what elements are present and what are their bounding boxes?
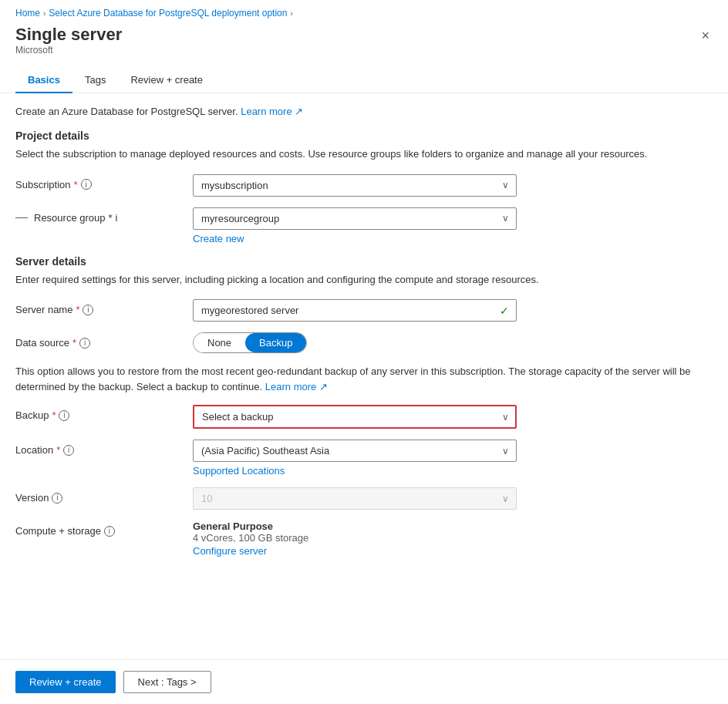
project-details-desc: Select the subscription to manage deploy… [15, 147, 713, 162]
page-header: Single server Microsoft × [0, 22, 728, 56]
backup-row: Backup * i Select a backup ∨ [15, 405, 713, 429]
resource-group-label-text: Resource group [34, 212, 106, 224]
breadcrumb-chevron2: › [290, 9, 292, 18]
page-description: Create an Azure Database for PostgreSQL … [15, 106, 713, 117]
backup-learn-more-link[interactable]: Learn more ↗ [265, 381, 328, 392]
compute-storage-label-text: Compute + storage [15, 525, 101, 537]
backup-select-wrapper: Select a backup ∨ [193, 405, 517, 429]
version-label: Version i [15, 487, 185, 504]
backup-select[interactable]: Select a backup [193, 405, 517, 429]
breadcrumb-home[interactable]: Home [15, 8, 40, 19]
data-source-label-text: Data source [15, 337, 69, 349]
server-name-required: * [76, 304, 79, 315]
location-label: Location * i [15, 440, 185, 456]
compute-storage-info-icon[interactable]: i [104, 526, 115, 537]
project-details-title: Project details [15, 130, 713, 142]
breadcrumb-chevron1: › [43, 9, 46, 18]
server-details-title: Server details [15, 255, 713, 268]
footer: Review + create Next : Tags > [0, 659, 728, 704]
compute-storage-title: General Purpose [193, 520, 517, 532]
server-name-label: Server name * i [15, 299, 185, 315]
data-source-none-button[interactable]: None [194, 333, 245, 352]
data-source-required: * [72, 337, 76, 349]
tab-review-create[interactable]: Review + create [118, 68, 215, 93]
page-subtitle: Microsoft [15, 45, 122, 56]
compute-storage-sub: 4 vCores, 100 GB storage [193, 532, 517, 544]
supported-locations-link[interactable]: Supported Locations [193, 465, 517, 477]
data-source-label: Data source * i [15, 332, 185, 349]
subscription-control: mysubscription ∨ [193, 174, 517, 197]
server-name-control: ✓ [193, 299, 517, 322]
subscription-info-icon[interactable]: i [81, 179, 92, 190]
backup-control: Select a backup ∨ [193, 405, 517, 429]
server-name-label-text: Server name [15, 304, 72, 315]
resource-group-info-icon[interactable]: i [116, 212, 118, 224]
compute-storage-row: Compute + storage i General Purpose 4 vC… [15, 520, 713, 557]
create-new-link[interactable]: Create new [193, 233, 517, 244]
backup-alert-text: This option allows you to restore from t… [15, 364, 713, 394]
resource-group-select[interactable]: myresourcegroup [193, 207, 517, 230]
location-label-text: Location [15, 444, 53, 456]
subscription-row: Subscription * i mysubscription ∨ [15, 174, 713, 197]
backup-label-text: Backup [15, 409, 49, 421]
version-row: Version i 10 ∨ [15, 487, 713, 510]
subscription-label: Subscription * i [15, 174, 185, 190]
version-select-wrapper: 10 ∨ [193, 487, 517, 510]
review-create-button[interactable]: Review + create [15, 671, 116, 693]
compute-storage-control: General Purpose 4 vCores, 100 GB storage… [193, 520, 517, 557]
subscription-select[interactable]: mysubscription [193, 174, 517, 197]
server-details-desc: Enter required settings for this server,… [15, 272, 713, 288]
subscription-label-text: Subscription [15, 179, 71, 190]
learn-more-link[interactable]: Learn more ↗ [241, 106, 303, 117]
tab-tags[interactable]: Tags [72, 68, 118, 93]
backup-info-icon[interactable]: i [59, 410, 69, 421]
location-row: Location * i (Asia Pacific) Southeast As… [15, 440, 713, 477]
page-title: Single server [15, 25, 122, 45]
data-source-backup-button[interactable]: Backup [245, 333, 306, 352]
resource-group-select-wrapper: myresourcegroup ∨ [193, 207, 517, 230]
close-button[interactable]: × [698, 25, 713, 47]
location-required: * [56, 444, 60, 456]
resource-group-label-wrap: Resource group * i [15, 207, 185, 224]
location-info-icon[interactable]: i [63, 445, 74, 456]
main-content: Create an Azure Database for PostgreSQL … [0, 93, 728, 642]
resource-group-control: myresourcegroup ∨ Create new [193, 207, 517, 244]
compute-storage-label: Compute + storage i [15, 520, 185, 537]
data-source-info-icon[interactable]: i [79, 338, 90, 349]
subscription-required: * [74, 179, 78, 190]
server-name-input[interactable] [193, 299, 517, 322]
header-title-block: Single server Microsoft [15, 25, 122, 56]
tab-basics[interactable]: Basics [15, 68, 72, 93]
data-source-control: None Backup [193, 332, 517, 353]
subscription-select-wrapper: mysubscription ∨ [193, 174, 517, 197]
breadcrumb: Home › Select Azure Database for Postgre… [0, 0, 728, 22]
next-tags-button[interactable]: Next : Tags > [123, 671, 211, 693]
backup-required: * [52, 409, 56, 421]
tab-bar: Basics Tags Review + create [0, 56, 728, 93]
server-name-row: Server name * i ✓ [15, 299, 713, 322]
server-name-info-icon[interactable]: i [83, 305, 93, 315]
resource-group-row: Resource group * i myresourcegroup ∨ Cre… [15, 207, 713, 244]
location-select-wrapper: (Asia Pacific) Southeast Asia ∨ [193, 440, 517, 462]
indent-line [15, 217, 28, 218]
server-name-input-wrap: ✓ [193, 299, 517, 322]
version-info-icon[interactable]: i [52, 493, 62, 504]
server-name-check-icon: ✓ [500, 305, 509, 317]
data-source-row: Data source * i None Backup [15, 332, 713, 353]
resource-group-required: * [109, 212, 113, 224]
data-source-toggle: None Backup [193, 332, 307, 353]
version-control: 10 ∨ [193, 487, 517, 510]
version-label-text: Version [15, 492, 49, 504]
configure-server-link[interactable]: Configure server [193, 545, 517, 557]
breadcrumb-step1[interactable]: Select Azure Database for PostgreSQL dep… [49, 8, 287, 19]
location-select[interactable]: (Asia Pacific) Southeast Asia [193, 440, 517, 462]
version-select: 10 [193, 487, 517, 510]
location-control: (Asia Pacific) Southeast Asia ∨ Supporte… [193, 440, 517, 477]
backup-label: Backup * i [15, 405, 185, 421]
